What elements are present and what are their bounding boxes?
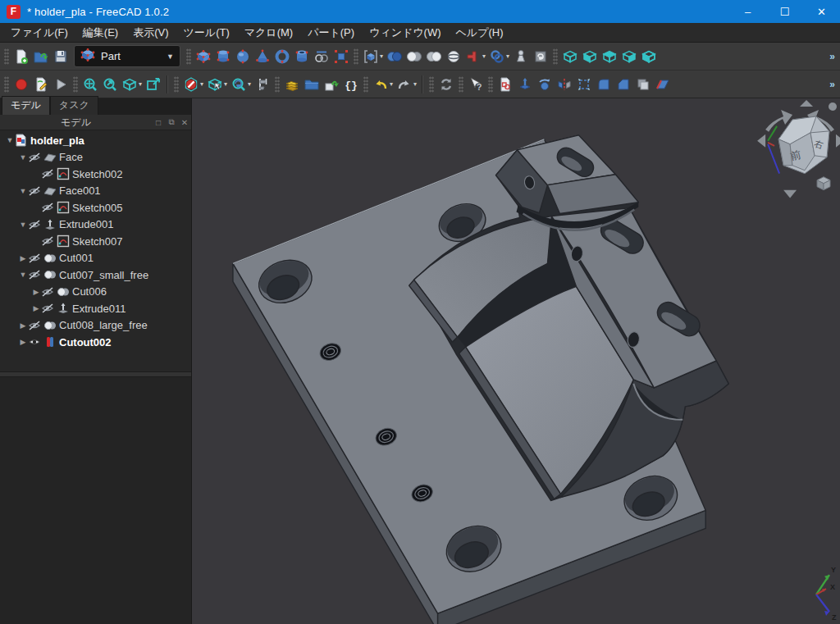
view-bottom-button[interactable]	[639, 45, 659, 68]
panel-float-icon[interactable]: □	[152, 118, 165, 127]
tree-expand-caret[interactable]: ▼	[18, 221, 28, 229]
navigation-cube[interactable]: 前 右	[757, 100, 840, 198]
toolbar-drag-handle[interactable]	[354, 48, 358, 65]
dock-tab-model[interactable]: モデル	[2, 96, 50, 115]
part-box-button[interactable]	[194, 45, 213, 68]
open-document-button[interactable]	[31, 45, 51, 68]
panel-splitter[interactable]	[0, 371, 191, 377]
part-fillet-button[interactable]	[594, 73, 614, 96]
part-torus-button[interactable]	[272, 45, 292, 68]
toolbar-drag-handle[interactable]	[4, 48, 9, 65]
part-split-button[interactable]: ▾	[487, 45, 511, 68]
tree-item-Sketch005[interactable]: Sketch005	[0, 199, 191, 216]
redo-dropdown-caret[interactable]: ▾	[413, 80, 417, 88]
tree-item-holder_pla[interactable]: ▼holder_pla	[0, 132, 191, 149]
tree-expand-caret[interactable]: ▼	[18, 271, 28, 279]
toolbar-drag-handle[interactable]	[174, 76, 179, 93]
workbench-selector[interactable]: Part▼	[74, 45, 180, 67]
view-right-button[interactable]	[619, 45, 639, 68]
make-link-button[interactable]	[322, 73, 341, 96]
view-axonometric-button[interactable]	[560, 45, 580, 68]
toolbar-drag-handle[interactable]	[4, 76, 9, 93]
menu-item-3[interactable]: ツール(T)	[176, 24, 237, 42]
group-folder-button[interactable]	[302, 73, 322, 96]
tree-expand-caret[interactable]: ▼	[5, 136, 15, 144]
nav-arrow-down-icon[interactable]	[783, 190, 797, 198]
part-cone-button[interactable]	[253, 45, 272, 68]
zoom-selection-button[interactable]	[100, 73, 120, 96]
selection-view-dropdown-caret[interactable]: ▾	[224, 80, 227, 88]
selection-view-button[interactable]: ▾	[205, 73, 229, 96]
tree-item-Sketch002[interactable]: Sketch002	[0, 166, 191, 183]
part-transform-button[interactable]	[574, 73, 594, 96]
nav-arrow-left-icon[interactable]	[757, 134, 765, 148]
part-revolve-button[interactable]	[535, 73, 555, 96]
tree-expand-caret[interactable]: ▼	[18, 187, 28, 195]
tree-expand-caret[interactable]: ▶	[18, 321, 28, 330]
nav-arrow-up-icon[interactable]	[800, 100, 813, 107]
part-shape-builder-button[interactable]	[331, 45, 351, 68]
part-primitives-button[interactable]	[312, 45, 331, 68]
part-offset-button[interactable]	[633, 73, 653, 96]
expression-braces-button[interactable]: {}	[341, 73, 361, 96]
part-cylinder-button[interactable]	[213, 45, 233, 68]
tree-item-Face[interactable]: ▼Face	[0, 149, 191, 166]
rotate-view-button[interactable]: ▾	[229, 73, 253, 96]
tree-item-Extrude011[interactable]: ▶Extrude011	[0, 300, 191, 317]
refresh-document-button[interactable]	[436, 73, 456, 96]
toolbar-drag-handle[interactable]	[363, 76, 368, 93]
tree-item-Cut008_large_free[interactable]: ▶Cut008_large_free	[0, 317, 191, 335]
tree-item-Cut006[interactable]: ▶Cut006	[0, 284, 191, 301]
menu-item-1[interactable]: 編集(E)	[75, 24, 126, 42]
nav-mini-cube-icon[interactable]	[817, 177, 830, 190]
menu-item-4[interactable]: マクロ(M)	[237, 24, 300, 42]
toolbar-overflow-button[interactable]: »	[826, 51, 838, 62]
part-mirror-button[interactable]	[555, 73, 574, 96]
part-defeaturing-button[interactable]	[531, 45, 550, 68]
tree-item-Sketch007[interactable]: Sketch007	[0, 233, 191, 250]
part-compound-button[interactable]: ▾	[361, 45, 385, 68]
tree-expand-caret[interactable]: ▶	[31, 304, 41, 312]
tree-item-Face001[interactable]: ▼Face001	[0, 183, 191, 200]
macro-play-button[interactable]	[51, 73, 71, 96]
minimize-button[interactable]: –	[729, 0, 766, 23]
part-boolean-union-button[interactable]	[385, 45, 404, 68]
part-extrude-button[interactable]	[515, 73, 535, 96]
toolbar-overflow-button[interactable]: »	[826, 79, 838, 90]
save-document-button[interactable]	[51, 45, 71, 68]
part-sphere-button[interactable]	[233, 45, 253, 68]
tree-item-Cut007_small_free[interactable]: ▼Cut007_small_free	[0, 266, 191, 284]
menu-item-0[interactable]: ファイル(F)	[3, 24, 75, 42]
part-holder-pla[interactable]	[233, 135, 728, 624]
3d-viewport[interactable]: 前 右 Y	[192, 98, 840, 624]
part-tube-button[interactable]	[292, 45, 312, 68]
undo-dropdown-caret[interactable]: ▾	[390, 80, 393, 88]
nav-cube-body[interactable]: 前 右	[778, 116, 829, 174]
macro-edit-button[interactable]	[31, 73, 51, 96]
menu-item-6[interactable]: ウィンドウ(W)	[362, 24, 448, 42]
toolbar-drag-handle[interactable]	[275, 76, 280, 93]
nav-dot-icon[interactable]	[829, 102, 837, 111]
close-button[interactable]: ✕	[803, 0, 840, 23]
part-join-dropdown-caret[interactable]: ▾	[482, 52, 486, 60]
tree-expand-caret[interactable]: ▼	[18, 153, 28, 162]
toolbar-drag-handle[interactable]	[553, 48, 558, 65]
part-split-dropdown-caret[interactable]: ▾	[506, 52, 509, 60]
macro-record-button[interactable]	[11, 73, 31, 96]
tree-expand-caret[interactable]: ▶	[18, 254, 28, 262]
panel-undock-icon[interactable]: ⧉	[165, 117, 178, 127]
part-compound-dropdown-caret[interactable]: ▾	[380, 52, 383, 60]
part-section-button[interactable]	[444, 45, 463, 68]
rotate-view-dropdown-caret[interactable]: ▾	[248, 80, 251, 88]
panel-close-icon[interactable]: ✕	[178, 118, 191, 127]
clipping-plane-button[interactable]: ▾	[181, 73, 205, 96]
menu-item-5[interactable]: パート(P)	[300, 24, 362, 42]
layers-button[interactable]	[282, 73, 302, 96]
part-check-geometry-button[interactable]	[511, 45, 531, 68]
new-document-button[interactable]	[11, 45, 31, 68]
toolbar-drag-handle[interactable]	[459, 76, 463, 93]
toolbar-drag-handle[interactable]	[429, 76, 434, 93]
fullscreen-view-button[interactable]	[144, 73, 163, 96]
redo-button[interactable]: ▾	[395, 73, 418, 96]
menu-item-2[interactable]: 表示(V)	[126, 24, 176, 42]
